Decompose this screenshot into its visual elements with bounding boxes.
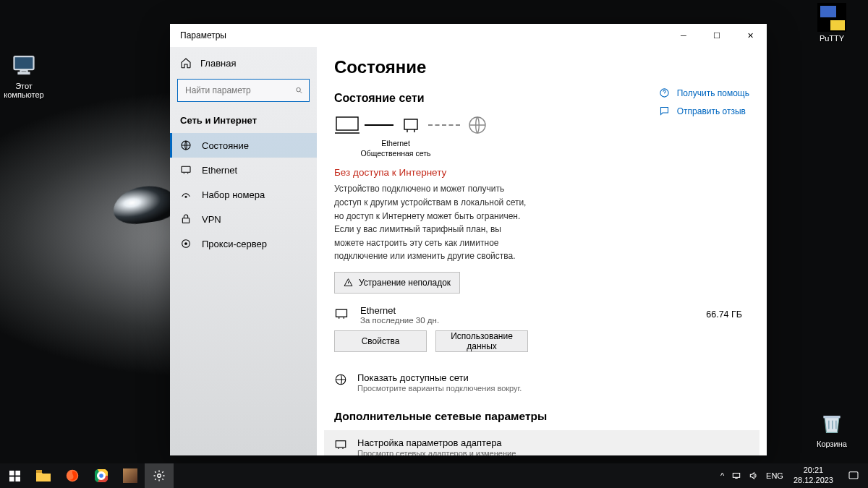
language-indicator[interactable]: ENG: [766, 471, 783, 480]
svg-rect-19: [336, 441, 346, 448]
desktop-icon-this-pc[interactable]: Этот компьютер: [0, 51, 49, 99]
ethernet-icon: [334, 438, 347, 451]
svg-rect-3: [828, 421, 830, 429]
status-icon: [180, 140, 192, 151]
svg-rect-8: [182, 166, 190, 172]
search-input[interactable]: [184, 85, 295, 96]
proxy-icon: [180, 238, 192, 249]
svg-rect-10: [182, 218, 189, 223]
link-subtitle: Просмотрите варианты подключения вокруг.: [357, 383, 522, 394]
sidebar-item-proxy[interactable]: Прокси-сервер: [170, 231, 317, 256]
desktop-icon-label: Корзина: [807, 440, 857, 448]
window-maximize-button[interactable]: ☐: [700, 24, 733, 47]
help-link-feedback[interactable]: Отправить отзыв: [659, 106, 749, 116]
system-tray[interactable]: ^ ENG: [716, 471, 788, 481]
svg-point-12: [185, 243, 187, 245]
search-box[interactable]: [177, 79, 310, 102]
clock-time: 20:21: [793, 466, 833, 476]
section-heading-advanced: Дополнительные сетевые параметры: [334, 410, 749, 423]
titlebar: Параметры ─ ☐ ✕: [170, 24, 767, 47]
svg-rect-5: [835, 421, 837, 429]
button-label: Устранение неполадок: [359, 278, 451, 288]
status-error-description: Устройство подключено и может получить д…: [334, 182, 529, 263]
notifications-button[interactable]: [839, 463, 868, 488]
globe-icon: [464, 115, 490, 135]
usage-row: Ethernet За последние 30 дн. 66.74 ГБ: [334, 305, 749, 325]
sidebar-item-label: Прокси-сервер: [202, 239, 267, 249]
usage-amount: 66.74 ГБ: [706, 309, 742, 320]
svg-point-9: [185, 196, 187, 197]
desktop-icon-label: Этот компьютер: [0, 82, 49, 99]
help-icon: [659, 87, 670, 98]
svg-rect-4: [832, 421, 833, 429]
help-link-label: Получить помощь: [677, 88, 749, 98]
vpn-icon: [180, 213, 192, 225]
help-link-get-help[interactable]: Получить помощь: [659, 87, 749, 98]
sidebar-item-ethernet[interactable]: Ethernet: [170, 158, 317, 182]
volume-icon[interactable]: [749, 471, 759, 481]
taskbar: ^ ENG 20:21 28.12.2023: [0, 463, 868, 488]
desktop-icon-label: PuTTY: [807, 34, 857, 43]
window-minimize-button[interactable]: ─: [667, 24, 700, 47]
svg-rect-0: [14, 56, 34, 69]
feedback-icon: [659, 106, 670, 116]
svg-rect-24: [15, 471, 20, 476]
sidebar-category: Сеть и Интернет: [170, 111, 317, 133]
sidebar-item-label: Ethernet: [202, 165, 237, 176]
button-label: Свойства: [362, 336, 400, 346]
svg-point-35: [158, 474, 161, 478]
svg-rect-27: [36, 470, 42, 473]
tray-overflow-icon[interactable]: ^: [720, 471, 724, 480]
svg-point-6: [297, 87, 301, 92]
svg-rect-26: [15, 476, 20, 481]
content-area: Получить помощь Отправить отзыв Состояни…: [317, 47, 767, 455]
sidebar-item-status[interactable]: Состояние: [170, 133, 317, 158]
globe-icon: [334, 373, 347, 386]
taskbar-firefox[interactable]: [58, 463, 87, 488]
svg-rect-37: [849, 472, 858, 479]
usage-period: За последние 30 дн.: [360, 316, 694, 325]
device-icon: [334, 115, 360, 135]
ethernet-icon: [180, 164, 192, 176]
sidebar-item-label: VPN: [202, 214, 221, 225]
sidebar-item-vpn[interactable]: VPN: [170, 207, 317, 231]
adapter-settings-link[interactable]: Настройка параметров адаптера Просмотр с…: [324, 430, 760, 455]
home-icon: [180, 57, 192, 69]
button-label: Использование данных: [445, 331, 519, 351]
svg-rect-15: [404, 119, 417, 129]
ethernet-icon: [334, 307, 349, 321]
svg-rect-23: [9, 471, 14, 476]
ethernet-icon: [398, 115, 424, 135]
desktop-icon-recycle-bin[interactable]: Корзина: [807, 408, 857, 448]
settings-window: Параметры ─ ☐ ✕ Главная Сеть и Интернет …: [170, 24, 767, 455]
network-tray-icon[interactable]: [731, 471, 741, 481]
svg-rect-14: [336, 117, 358, 130]
taskbar-app[interactable]: [116, 463, 145, 488]
taskbar-explorer[interactable]: [29, 463, 58, 488]
diagram-label: EthernetОбщественная сеть: [334, 138, 457, 158]
help-link-label: Отправить отзыв: [677, 106, 746, 116]
taskbar-chrome[interactable]: [87, 463, 116, 488]
sidebar-item-dialup[interactable]: Набор номера: [170, 182, 317, 207]
available-networks-link[interactable]: Показать доступные сети Просмотрите вари…: [334, 367, 749, 400]
warning-icon: [344, 278, 353, 287]
svg-rect-2: [19, 73, 30, 74]
svg-rect-25: [9, 476, 14, 481]
taskbar-clock[interactable]: 20:21 28.12.2023: [788, 466, 839, 486]
link-title: Настройка параметров адаптера: [357, 437, 538, 448]
sidebar-item-label: Состояние: [202, 140, 249, 151]
properties-button[interactable]: Свойства: [334, 330, 427, 352]
status-error-title: Без доступа к Интернету: [334, 167, 749, 178]
troubleshoot-button[interactable]: Устранение неполадок: [334, 272, 460, 294]
usage-name: Ethernet: [360, 305, 694, 316]
window-close-button[interactable]: ✕: [733, 24, 767, 47]
link-title: Показать доступные сети: [357, 372, 522, 383]
taskbar-settings[interactable]: [145, 463, 174, 488]
link-subtitle: Просмотр сетевых адаптеров и изменение п…: [357, 448, 538, 455]
nav-home-label: Главная: [200, 58, 236, 69]
clock-date: 28.12.2023: [793, 476, 833, 486]
data-usage-button[interactable]: Использование данных: [435, 330, 528, 352]
nav-home[interactable]: Главная: [170, 51, 317, 74]
start-button[interactable]: [0, 463, 29, 488]
desktop-icon-putty[interactable]: PuTTY: [807, 3, 857, 43]
